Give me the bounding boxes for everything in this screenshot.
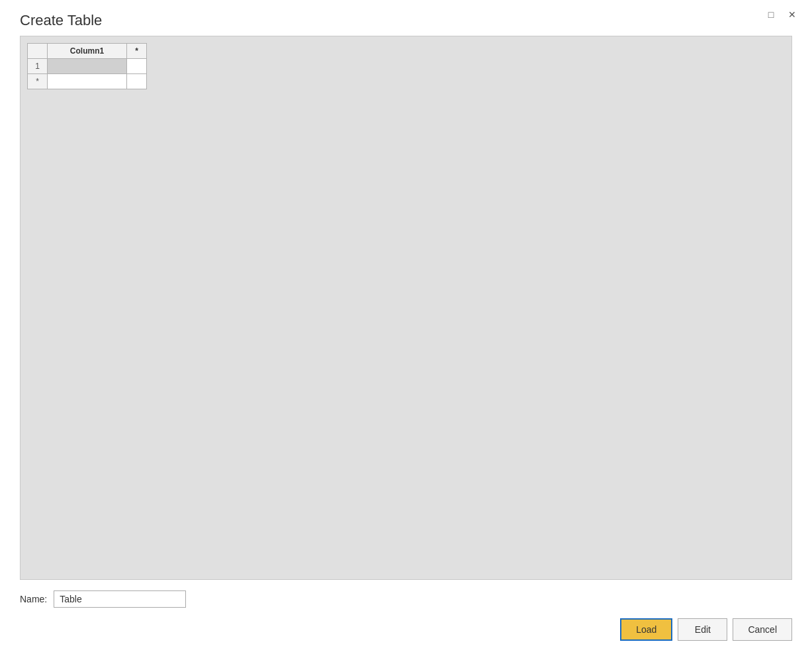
data-cell-new-1[interactable] [48,74,127,89]
header-column1[interactable]: Column1 [48,44,127,59]
table-row: 1 [28,59,147,74]
name-label: Name: [20,594,47,604]
cancel-button[interactable]: Cancel [733,618,792,641]
load-button[interactable]: Load [620,618,672,641]
edit-button[interactable]: Edit [678,618,727,641]
window-controls: □ ✕ [764,8,799,21]
table-preview-area: Column1 * 1 * [20,36,792,580]
dialog-title: Create Table [20,12,102,29]
minimize-button[interactable]: □ [764,8,778,21]
create-table-dialog: Create Table □ ✕ Column1 * 1 [0,0,812,658]
row-number-1: 1 [28,59,48,74]
header-row-num [28,44,48,59]
name-input[interactable] [54,590,186,608]
header-star: * [127,44,147,59]
bottom-area: Name: Load Edit Cancel [0,580,812,658]
data-cell-new-star[interactable] [127,74,147,89]
row-number-star: * [28,74,48,89]
table-row-new: * [28,74,147,89]
title-bar: Create Table □ ✕ [0,0,812,36]
data-cell-1-star[interactable] [127,59,147,74]
data-table: Column1 * 1 * [27,43,147,89]
close-button[interactable]: ✕ [786,8,799,21]
table-header-row: Column1 * [28,44,147,59]
data-cell-1-1[interactable] [48,59,127,74]
button-row: Load Edit Cancel [20,618,792,647]
name-row: Name: [20,590,792,608]
